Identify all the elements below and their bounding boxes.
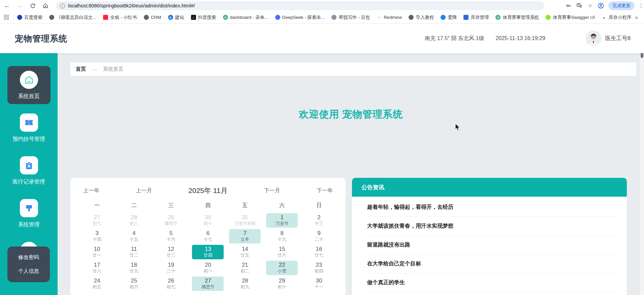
calendar-day-11[interactable]: 11廿二 (118, 245, 150, 259)
calendar-day-cell[interactable]: 12廿三 (153, 244, 190, 260)
calendar-day-cell[interactable]: 7立冬 (226, 228, 263, 244)
calendar-day-cell[interactable]: 28初九 (226, 276, 263, 292)
calendar-day-cell[interactable]: 31万圣节前夜 (226, 212, 263, 228)
breadcrumb-root[interactable]: 首页 (76, 66, 86, 72)
calendar-day-18[interactable]: 18廿九 (118, 261, 150, 275)
notice-item[interactable]: 大学就该抓住青春，用汗水实现梦想 (367, 217, 620, 236)
bookmark-item[interactable]: 导入教程 (409, 14, 434, 21)
profile-icon[interactable] (598, 2, 604, 9)
bookmark-item[interactable]: 帮我写作 - 豆包 (331, 14, 370, 21)
calendar-day-30[interactable]: 30初十 (192, 213, 224, 228)
back-icon[interactable]: ← (1, 1, 13, 10)
calendar-day-23[interactable]: 23初四 (303, 261, 335, 275)
calendar-day-28[interactable]: 28初八 (118, 213, 150, 228)
bookmark-item[interactable]: Vdashboard - 录单... (223, 14, 268, 21)
bookmark-item[interactable]: 《聊斋志异白话文... (49, 14, 96, 21)
bookmark-item[interactable]: 全栈 - 小红书 (103, 14, 137, 21)
sidebar-item-1[interactable]: 预约挂号管理 (7, 109, 51, 147)
bookmark-item[interactable]: DeepSeek - 探索未... (275, 14, 325, 21)
submenu-profile-info[interactable]: 个人信息 (18, 265, 39, 277)
calendar-day-31[interactable]: 31万圣节前夜 (229, 213, 261, 228)
site-info-icon[interactable]: i (60, 3, 65, 8)
bookmarks-overflow-icon[interactable]: » (635, 14, 638, 21)
calendar-day-24[interactable]: 24初五 (81, 276, 113, 291)
update-chrome-button[interactable]: 完成更新 (608, 1, 635, 10)
calendar-day-cell[interactable]: 21初二 (226, 260, 263, 276)
calendar-day-8[interactable]: 8十九 (266, 229, 298, 243)
calendar-day-cell[interactable]: 17廿八 (78, 260, 116, 276)
calendar-day-19[interactable]: 19三十 (155, 261, 187, 275)
calendar-day-16[interactable]: 16廿七 (303, 245, 335, 259)
bookmark-item[interactable]: ∩Redmine (377, 15, 402, 20)
calendar-day-cell[interactable]: 30十一 (300, 276, 337, 292)
calendar-day-cell[interactable]: 19三十 (153, 260, 190, 276)
calendar-day-cell[interactable]: 30初十 (190, 212, 227, 228)
calendar-day-cell[interactable]: 15廿六 (263, 244, 300, 260)
calendar-day-15[interactable]: 15廿六 (266, 245, 298, 259)
reload-icon[interactable] (27, 1, 38, 10)
calendar-day-cell[interactable]: 11廿二 (116, 244, 153, 260)
calendar-day-cell[interactable]: 14廿五 (226, 244, 263, 260)
calendar-day-cell[interactable]: 24初五 (78, 276, 116, 292)
calendar-day-27[interactable]: 27感恩节 (192, 276, 224, 291)
menu-dots-icon[interactable]: ⋮ (639, 3, 642, 9)
calendar-day-cell[interactable]: 16廿七 (300, 244, 337, 260)
calendar-day-cell[interactable]: 2十三 (300, 212, 337, 228)
calendar-next-month-button[interactable]: 下一月 (264, 187, 280, 194)
calendar-day-cell[interactable]: 8十九 (263, 228, 300, 244)
calendar-day-12[interactable]: 12廿三 (155, 245, 187, 259)
password-key-icon[interactable] (565, 2, 572, 9)
calendar-day-cell[interactable]: 10廿一 (78, 244, 116, 260)
calendar-day-cell[interactable]: 13廿四 (190, 244, 227, 260)
bookmark-item[interactable]: 爱降 (441, 14, 457, 21)
notice-item[interactable]: 留退路就没有出路 (367, 236, 620, 255)
calendar-day-14[interactable]: 14廿五 (229, 245, 261, 259)
calendar-day-cell[interactable]: 26初七 (153, 276, 190, 292)
calendar-day-cell[interactable]: 4十五 (116, 228, 153, 244)
bookmark-item[interactable]: CRM (144, 15, 161, 20)
sidebar-item-2[interactable]: 医疗记录管理 (7, 152, 51, 190)
sidebar-item-0[interactable]: 系统首页 (7, 66, 51, 104)
calendar-day-26[interactable]: 26初七 (155, 276, 187, 291)
calendar-day-20[interactable]: 20初一 (192, 261, 224, 275)
notice-item[interactable]: 做个真正的学生 (367, 273, 620, 292)
calendar-day-25[interactable]: 25初六 (118, 276, 150, 291)
translate-icon[interactable] (576, 2, 583, 9)
username[interactable]: 医生工号8 (605, 35, 631, 42)
calendar-day-cell[interactable]: 29重阳节 (153, 212, 190, 228)
bookmark-item[interactable]: V体育赛事管理系统 (495, 14, 539, 21)
calendar-day-21[interactable]: 21初二 (229, 261, 261, 275)
calendar-day-6[interactable]: 6十七 (192, 229, 224, 243)
address-bar[interactable]: i localhost:8080/springboot8k2i0euo/admi… (56, 1, 544, 10)
calendar-day-30[interactable]: 30十一 (303, 276, 335, 291)
calendar-day-22[interactable]: 22小雪 (266, 261, 298, 275)
calendar-day-7[interactable]: 7立冬 (229, 229, 261, 243)
calendar-day-cell[interactable]: 5十六 (153, 228, 190, 244)
calendar-day-cell[interactable]: 20初一 (190, 260, 227, 276)
url-text[interactable]: localhost:8080/springboot8k2i0euo/admin/… (68, 3, 195, 8)
bookmark-star-icon[interactable]: ☆ (587, 2, 593, 9)
apps-grid-icon[interactable] (4, 15, 9, 20)
calendar-day-cell[interactable]: 25初六 (116, 276, 153, 292)
calendar-day-cell[interactable]: 22小雪 (263, 260, 300, 276)
bookmark-item[interactable]: ▲库存小程序 (602, 14, 632, 21)
submenu-change-password[interactable]: 修改密码 (18, 251, 39, 264)
notice-item[interactable]: 在大学给自己定个目标 (367, 255, 620, 273)
sidebar-item-3[interactable]: 系统管理 (7, 194, 51, 232)
calendar-day-cell[interactable]: 6十七 (190, 228, 227, 244)
bookmark-item[interactable]: 百度搜索 (17, 14, 42, 21)
calendar-day-2[interactable]: 2十三 (303, 213, 335, 228)
calendar-day-28[interactable]: 28初九 (229, 276, 261, 291)
calendar-prev-month-button[interactable]: 上一月 (136, 187, 152, 194)
bookmark-item[interactable]: G建站 (168, 14, 184, 21)
calendar-day-13[interactable]: 13廿四 (192, 245, 224, 259)
calendar-day-cell[interactable]: 23初四 (300, 260, 337, 276)
home-icon[interactable] (40, 1, 51, 10)
calendar-day-27[interactable]: 27初七 (81, 213, 113, 228)
bookmark-item[interactable]: ♪抖音搜索 (191, 14, 216, 21)
calendar-day-cell[interactable]: 29初十 (263, 276, 300, 292)
calendar-day-3[interactable]: 3十四 (81, 229, 113, 243)
calendar-day-9[interactable]: 9二十 (303, 229, 335, 243)
calendar-next-year-button[interactable]: 下一年 (317, 187, 333, 194)
calendar-day-cell[interactable]: 1万圣节 (263, 212, 300, 228)
